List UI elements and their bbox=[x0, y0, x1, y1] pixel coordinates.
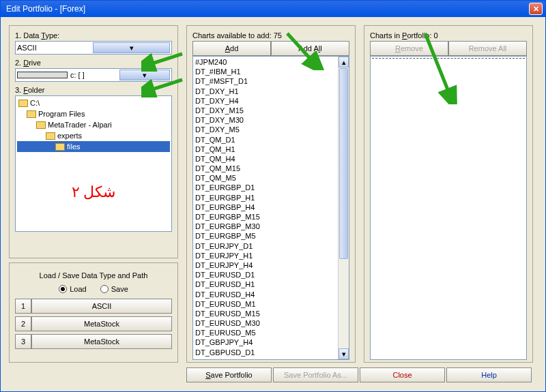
load-save-radio-group: Load Save bbox=[15, 285, 172, 293]
data-type-label: 1. Data Type: bbox=[15, 31, 172, 40]
window-title: Edit Portfolio - [Forex] bbox=[3, 4, 529, 14]
preset-title: Load / Save Data Type and Path bbox=[15, 271, 172, 280]
tree-item[interactable]: experts bbox=[17, 130, 170, 141]
data-path-panel: 1. Data Type: ASCII ▾ 2. Drive c: [ ] ▾ … bbox=[9, 25, 178, 258]
remove-all-button[interactable]: Remove All bbox=[448, 41, 527, 56]
dialog-body: 1. Data Type: ASCII ▾ 2. Drive c: [ ] ▾ … bbox=[1, 17, 545, 391]
list-item[interactable]: DT_EURJPY_H4 bbox=[195, 260, 347, 270]
list-item[interactable]: DT_GBPUSD_D1 bbox=[195, 348, 347, 357]
list-item[interactable]: DT_#MSFT_D1 bbox=[195, 76, 347, 86]
scroll-down-icon[interactable]: ▾ bbox=[339, 348, 349, 359]
remove-button[interactable]: Remove bbox=[370, 41, 448, 56]
list-item[interactable]: DT_#IBM_H1 bbox=[195, 67, 347, 76]
close-icon[interactable]: ✕ bbox=[529, 3, 543, 15]
list-item[interactable]: DT_EURJPY_D1 bbox=[195, 241, 347, 251]
list-item[interactable]: DT_QM_D1 bbox=[195, 135, 347, 145]
folder-icon bbox=[18, 100, 28, 107]
scrollbar[interactable]: ▴ ▾ bbox=[338, 57, 349, 359]
preset-label-button[interactable]: MetaStock bbox=[31, 334, 172, 349]
tree-item-label: experts bbox=[57, 132, 82, 140]
tree-item-label: files bbox=[67, 142, 81, 151]
list-item[interactable]: DT_EURGBP_H1 bbox=[195, 193, 347, 202]
tree-item-label: C:\ bbox=[30, 99, 40, 107]
preset-row: 2MetaStock bbox=[15, 316, 172, 331]
list-item[interactable]: DT_GBPJPY_H4 bbox=[195, 337, 347, 347]
list-item[interactable]: DT_EURGBP_H4 bbox=[195, 202, 347, 212]
save-portfolio-as-button[interactable]: Save Portfolio As... bbox=[273, 367, 358, 382]
drive-icon bbox=[17, 72, 68, 78]
preset-row: 3MetaStock bbox=[15, 334, 172, 349]
folder-icon bbox=[46, 132, 55, 140]
tree-item[interactable]: C:\ bbox=[17, 97, 170, 108]
drive-label: 2. Drive bbox=[15, 59, 172, 67]
folder-icon bbox=[27, 110, 36, 118]
preset-number-button[interactable]: 2 bbox=[15, 316, 31, 331]
data-type-value: ASCII bbox=[17, 44, 93, 52]
annotation-text: شكل ۲ bbox=[16, 183, 171, 201]
tree-item[interactable]: Program Files bbox=[17, 108, 170, 119]
folder-icon bbox=[36, 121, 46, 129]
list-item[interactable]: DT_EURUSD_M5 bbox=[195, 328, 347, 337]
available-listbox[interactable]: #JPM240DT_#IBM_H1DT_#MSFT_D1DT_DXY_H1DT_… bbox=[192, 56, 349, 360]
list-item[interactable]: DT_QM_M5 bbox=[195, 173, 347, 183]
preset-panel: Load / Save Data Type and Path Load Save… bbox=[9, 262, 178, 363]
drive-combo[interactable]: c: [ ] ▾ bbox=[15, 68, 172, 82]
help-button[interactable]: Help bbox=[446, 367, 532, 382]
list-item[interactable]: DT_EURUSD_H4 bbox=[195, 290, 347, 299]
list-item[interactable]: DT_EURGBP_D1 bbox=[195, 183, 347, 192]
available-header: Charts available to add: 75 bbox=[192, 31, 349, 40]
portfolio-header: Charts in Portfolio: 0 bbox=[370, 31, 527, 40]
preset-row: 1ASCII bbox=[15, 299, 172, 314]
available-charts-panel: Charts available to add: 75 Add Add All … bbox=[186, 25, 356, 363]
list-item[interactable]: DT_QM_H4 bbox=[195, 154, 347, 164]
scroll-up-icon[interactable]: ▴ bbox=[339, 57, 349, 67]
portfolio-listbox[interactable] bbox=[370, 56, 527, 360]
load-radio-label: Load bbox=[70, 285, 86, 293]
add-button-row: Add Add All bbox=[192, 41, 349, 56]
list-item[interactable]: DT_EURUSD_D1 bbox=[195, 270, 347, 280]
portfolio-charts-panel: Charts in Portfolio: 0 Remove Remove All bbox=[364, 25, 533, 363]
data-type-combo[interactable]: ASCII ▾ bbox=[15, 41, 172, 55]
radio-icon bbox=[100, 285, 109, 293]
chevron-down-icon[interactable]: ▾ bbox=[93, 42, 170, 53]
list-item[interactable]: DT_DXY_M30 bbox=[195, 115, 347, 125]
list-item[interactable]: DT_EURUSD_M15 bbox=[195, 309, 347, 318]
list-item[interactable]: DT_DXY_H4 bbox=[195, 96, 347, 106]
folder-tree[interactable]: C:\Program FilesMetaTrader - Alpariexper… bbox=[15, 95, 172, 232]
preset-label-button[interactable]: MetaStock bbox=[31, 316, 172, 331]
folder-icon bbox=[55, 143, 65, 151]
tree-item-label: MetaTrader - Alpari bbox=[48, 121, 112, 129]
scroll-thumb[interactable] bbox=[339, 68, 348, 259]
list-item[interactable]: DT_EURUSD_H1 bbox=[195, 280, 347, 289]
preset-label-button[interactable]: ASCII bbox=[31, 299, 172, 314]
list-item[interactable]: DT_EURUSD_M30 bbox=[195, 318, 347, 328]
radio-icon bbox=[59, 285, 67, 293]
window-titlebar: Edit Portfolio - [Forex] ✕ bbox=[1, 1, 545, 17]
list-item[interactable]: #JPM240 bbox=[195, 57, 347, 67]
tree-item[interactable]: files bbox=[17, 141, 170, 152]
tree-item[interactable]: MetaTrader - Alpari bbox=[17, 119, 170, 130]
list-item[interactable]: DT_DXY_H1 bbox=[195, 87, 347, 96]
list-item[interactable]: DT_DXY_M5 bbox=[195, 125, 347, 134]
list-item[interactable]: DT_EURGBP_M15 bbox=[195, 212, 347, 222]
list-item[interactable]: DT_DXY_M15 bbox=[195, 106, 347, 115]
chevron-down-icon[interactable]: ▾ bbox=[119, 70, 170, 80]
list-item[interactable]: DT_QM_H1 bbox=[195, 145, 347, 154]
save-radio[interactable]: Save bbox=[100, 285, 128, 293]
folder-label: 3. Folder bbox=[15, 86, 172, 94]
list-item[interactable]: DT_EURUSD_M1 bbox=[195, 299, 347, 309]
save-radio-label: Save bbox=[111, 285, 128, 293]
add-all-button[interactable]: Add All bbox=[271, 41, 349, 56]
save-portfolio-button[interactable]: Save Portfolio bbox=[186, 367, 272, 382]
add-button[interactable]: Add bbox=[192, 41, 271, 56]
list-item[interactable]: DT_EURJPY_H1 bbox=[195, 251, 347, 260]
list-item[interactable]: DT_EURGBP_M30 bbox=[195, 222, 347, 231]
preset-number-button[interactable]: 3 bbox=[15, 334, 31, 349]
load-radio[interactable]: Load bbox=[59, 285, 86, 293]
list-item[interactable]: DT_QM_M15 bbox=[195, 164, 347, 173]
preset-number-button[interactable]: 1 bbox=[15, 299, 31, 314]
tree-item-label: Program Files bbox=[38, 110, 85, 118]
list-item[interactable]: DT_EURGBP_M5 bbox=[195, 231, 347, 241]
remove-button-row: Remove Remove All bbox=[370, 41, 527, 56]
close-button[interactable]: Close bbox=[360, 367, 445, 382]
